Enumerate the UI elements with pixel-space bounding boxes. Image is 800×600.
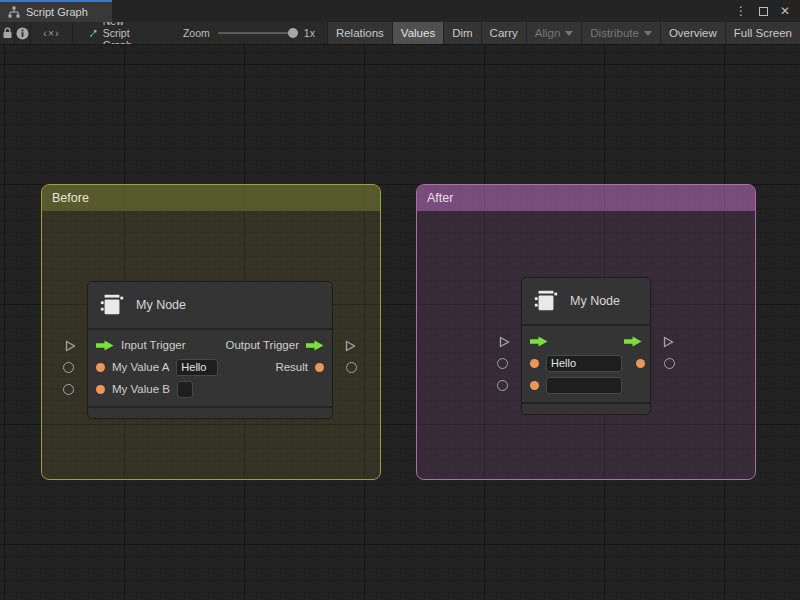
zoom-label: Zoom bbox=[183, 27, 210, 39]
info-button[interactable] bbox=[15, 22, 30, 44]
toolbar-buttons: Relations Values Dim Carry Align Distrib… bbox=[327, 22, 800, 44]
outer-trigger-port[interactable] bbox=[497, 335, 511, 349]
full-screen-button[interactable]: Full Screen bbox=[725, 22, 800, 44]
maximize-icon[interactable] bbox=[754, 2, 772, 20]
node-before[interactable]: My Node Input Trigger Output Trigger My … bbox=[87, 281, 333, 419]
outer-value-port[interactable] bbox=[346, 362, 357, 373]
group-after-header[interactable]: After bbox=[417, 185, 755, 211]
triangle-port-icon bbox=[63, 339, 77, 353]
input-trigger-label: Input Trigger bbox=[121, 339, 186, 351]
node-after-header[interactable]: My Node bbox=[522, 278, 650, 326]
value-output-port-icon[interactable] bbox=[636, 359, 645, 368]
zoom-slider-handle[interactable] bbox=[288, 28, 298, 38]
value-b-row: My Value B bbox=[88, 378, 332, 400]
value-b-label: My Value B bbox=[112, 383, 170, 395]
align-label: Align bbox=[535, 27, 561, 39]
chevron-down-icon bbox=[644, 31, 652, 36]
triangle-port-icon bbox=[497, 335, 511, 349]
node-after-footer bbox=[522, 402, 650, 414]
outer-value-port[interactable] bbox=[63, 362, 74, 373]
trigger-row bbox=[522, 330, 650, 352]
tab-bar: Script Graph ⋮ ✕ bbox=[0, 0, 800, 22]
outer-value-port[interactable] bbox=[664, 358, 675, 369]
code-view-button[interactable]: ‹×› bbox=[31, 22, 73, 44]
output-trigger-label: Output Trigger bbox=[225, 339, 299, 351]
window-controls: ⋮ ✕ bbox=[732, 0, 800, 22]
chevron-down-icon bbox=[565, 31, 573, 36]
lock-button[interactable] bbox=[0, 22, 15, 44]
zoom-value: 1x bbox=[304, 27, 315, 39]
carry-button[interactable]: Carry bbox=[481, 22, 526, 44]
distribute-button[interactable]: Distribute bbox=[581, 22, 660, 44]
close-icon[interactable]: ✕ bbox=[776, 2, 794, 20]
new-script-graph-label: New Script Graph bbox=[103, 22, 153, 45]
circle-port-icon bbox=[63, 362, 74, 373]
value-b-row bbox=[522, 374, 650, 396]
tab-script-graph[interactable]: Script Graph bbox=[0, 0, 112, 22]
value-a-field[interactable] bbox=[176, 359, 218, 376]
align-button[interactable]: Align bbox=[526, 22, 582, 44]
value-input-port-icon[interactable] bbox=[96, 363, 105, 372]
outer-trigger-port[interactable] bbox=[343, 339, 357, 353]
outer-value-port[interactable] bbox=[497, 358, 508, 369]
tab-label: Script Graph bbox=[26, 6, 88, 18]
outer-trigger-port[interactable] bbox=[63, 339, 77, 353]
circle-port-icon bbox=[346, 362, 357, 373]
graph-canvas[interactable]: Before After My Node Input Trigger bbox=[0, 45, 800, 600]
value-a-label: My Value A bbox=[112, 361, 169, 373]
triangle-port-icon bbox=[343, 339, 357, 353]
graph-toolbar: ‹×› New Script Graph Zoom 1x Relations V… bbox=[0, 22, 800, 45]
node-before-footer bbox=[88, 406, 332, 418]
node-after[interactable]: My Node bbox=[521, 277, 651, 415]
result-label: Result bbox=[275, 361, 308, 373]
value-input-port-icon[interactable] bbox=[96, 385, 105, 394]
value-b-field[interactable] bbox=[546, 377, 622, 394]
unit-node-icon bbox=[98, 292, 126, 318]
trigger-input-port-icon[interactable] bbox=[530, 336, 548, 347]
zoom-control: Zoom 1x bbox=[183, 22, 315, 44]
value-a-field[interactable] bbox=[546, 355, 622, 372]
node-before-header[interactable]: My Node bbox=[88, 282, 332, 330]
circle-port-icon bbox=[497, 358, 508, 369]
node-title: My Node bbox=[136, 298, 186, 312]
unit-node-icon bbox=[532, 288, 560, 314]
outer-trigger-port[interactable] bbox=[661, 335, 675, 349]
relations-button[interactable]: Relations bbox=[327, 22, 392, 44]
overview-button[interactable]: Overview bbox=[660, 22, 725, 44]
value-output-port-icon[interactable] bbox=[315, 363, 324, 372]
graph-asset-icon bbox=[89, 27, 97, 40]
node-title: My Node bbox=[570, 294, 620, 308]
script-graph-icon bbox=[8, 6, 20, 18]
group-before-header[interactable]: Before bbox=[42, 185, 380, 211]
value-input-port-icon[interactable] bbox=[530, 359, 539, 368]
zoom-slider[interactable] bbox=[218, 32, 296, 34]
outer-value-port[interactable] bbox=[63, 384, 74, 395]
triangle-port-icon bbox=[661, 335, 675, 349]
trigger-output-port-icon[interactable] bbox=[306, 340, 324, 351]
circle-port-icon bbox=[664, 358, 675, 369]
info-icon bbox=[16, 27, 29, 40]
trigger-row: Input Trigger Output Trigger bbox=[88, 334, 332, 356]
maximize-box bbox=[759, 7, 768, 16]
value-input-port-icon[interactable] bbox=[530, 381, 539, 390]
trigger-output-port-icon[interactable] bbox=[624, 336, 642, 347]
value-a-row bbox=[522, 352, 650, 374]
node-before-body: Input Trigger Output Trigger My Value A … bbox=[88, 330, 332, 406]
distribute-label: Distribute bbox=[590, 27, 639, 39]
value-a-row: My Value A Result bbox=[88, 356, 332, 378]
node-after-body bbox=[522, 326, 650, 402]
circle-port-icon bbox=[497, 380, 508, 391]
menu-icon[interactable]: ⋮ bbox=[732, 2, 750, 20]
trigger-input-port-icon[interactable] bbox=[96, 340, 114, 351]
values-button[interactable]: Values bbox=[392, 22, 443, 44]
circle-port-icon bbox=[63, 384, 74, 395]
dim-button[interactable]: Dim bbox=[443, 22, 480, 44]
value-b-field[interactable] bbox=[177, 381, 193, 398]
lock-icon bbox=[2, 27, 13, 39]
outer-value-port[interactable] bbox=[497, 380, 508, 391]
new-script-graph-button[interactable]: New Script Graph bbox=[89, 22, 161, 44]
